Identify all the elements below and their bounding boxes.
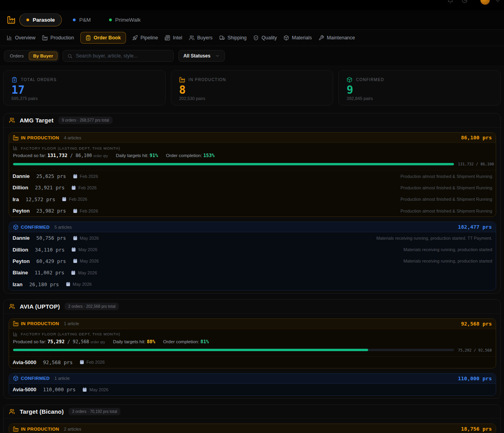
status-filter-value: All Statuses <box>183 53 211 59</box>
factory-icon <box>42 35 48 41</box>
tab-production[interactable]: Production <box>42 32 74 44</box>
buyer-name: Target (Bicano) <box>20 408 64 415</box>
brand-dot <box>109 19 112 21</box>
article-name: Ira <box>13 196 19 202</box>
article-row[interactable]: Ira 12,572 prs Feb 2026 Production almos… <box>9 194 496 205</box>
article-name: Avia-5000 <box>13 387 36 392</box>
article-qty: 26,180 prs <box>29 281 59 287</box>
buyer-header[interactable]: AMG Target 9 orders · 268,577 prs total <box>4 113 500 128</box>
daily-targets: Daily targets hit: 88% <box>113 339 155 344</box>
article-name: Dannie <box>13 235 30 241</box>
group-label: IN PRODUCTION <box>21 427 59 431</box>
article-row[interactable]: Dillion 23,921 prs Feb 2026 Production a… <box>9 182 496 193</box>
factory-icon <box>13 321 19 326</box>
production-group: IN PRODUCTION 1 article 92,568 prs FACTO… <box>9 318 496 368</box>
tab-quality[interactable]: Quality <box>253 32 277 44</box>
stat-sub: 202,530 pairs <box>179 96 325 101</box>
stat-label: IN PRODUCTION <box>189 78 226 82</box>
factory-floor-panel: FACTORY FLOOR (LASTING DEPT, THIS MONTH)… <box>9 143 496 170</box>
production-progress-bar <box>13 349 454 351</box>
bar-chart-icon <box>7 35 12 41</box>
article-qty: 92,568 prs <box>43 359 72 365</box>
group-count: 4 articles <box>64 135 81 140</box>
brand-dot <box>73 19 76 21</box>
factory-floor-panel: FACTORY FLOOR (LASTING DEPT, THIS MONTH)… <box>9 329 496 357</box>
article-row[interactable]: Blaine 11,002 prs May 2026 <box>9 267 496 278</box>
brand-tab-p-m[interactable]: P&M <box>66 13 98 26</box>
nav-tab-label: Maintenance <box>327 35 355 41</box>
article-qty: 23,982 prs <box>36 208 66 214</box>
brand-tab-parasole[interactable]: Parasole <box>19 13 62 26</box>
calendar-icon <box>71 247 76 252</box>
avatar[interactable] <box>480 0 490 5</box>
group-label: CONFIRMED <box>21 376 50 381</box>
bar-chart-icon <box>13 332 18 337</box>
article-row[interactable]: Dillion 34,110 prs May 2026 Materials re… <box>9 244 496 255</box>
article-status: Materials receiving running, production … <box>403 247 492 252</box>
tab-maintenance[interactable]: Maintenance <box>318 32 356 44</box>
tab-intel[interactable]: Intel <box>164 32 183 44</box>
app-logo-factory-icon <box>7 16 15 24</box>
people-icon <box>9 117 15 123</box>
buyer-name: AMG Target <box>20 117 54 124</box>
buyer-header[interactable]: AVIA (UPTOP) 2 orders · 202,568 prs tota… <box>4 300 500 314</box>
calendar-icon <box>71 185 76 190</box>
group-total: 92,568 prs <box>461 321 492 327</box>
search-placeholder: Search buyer, article, style... <box>76 53 138 59</box>
article-row[interactable]: Avia-5000 92,568 prs Feb 2026 <box>9 357 496 368</box>
package-icon <box>13 376 19 381</box>
confirmed-group: CONFIRMED 5 articles 182,477 prs Dannie … <box>9 222 496 290</box>
article-name: Dillion <box>13 185 28 191</box>
article-row[interactable]: Peyton 23,982 prs Feb 2026 Production al… <box>9 205 496 216</box>
tab-materials[interactable]: Materials <box>283 32 312 44</box>
calendar-icon <box>66 282 70 287</box>
brand-tab-primewalk[interactable]: PrimeWalk <box>102 13 148 26</box>
notifications-bell-icon[interactable] <box>447 0 454 4</box>
article-status: Materials receiving running, production … <box>403 259 492 263</box>
tab-order-book[interactable]: Order Book <box>80 32 126 44</box>
brand-bar: Parasole P&M PrimeWalk <box>0 10 504 30</box>
article-row[interactable]: Peyton 60,429 prs May 2026 Materials rec… <box>9 255 496 267</box>
article-date: Feb 2026 <box>62 197 87 202</box>
produced-so-far: Produced so far: 75,292 / 92,568 order q… <box>13 339 105 344</box>
article-name: Izan <box>13 281 22 287</box>
group-label: IN PRODUCTION <box>21 321 59 326</box>
truck-icon <box>219 35 225 41</box>
search-input[interactable]: Search buyer, article, style... <box>63 50 174 62</box>
article-row[interactable]: Avia-5000 110,000 prs May 2026 <box>9 384 496 395</box>
article-qty: 11,002 prs <box>35 270 64 276</box>
tab-pipeline[interactable]: Pipeline <box>132 32 158 44</box>
article-row[interactable]: Dannie 50,756 prs May 2026 Materials rec… <box>9 232 496 244</box>
theme-moon-icon[interactable] <box>461 0 468 4</box>
article-row[interactable]: Izan 26,180 prs May 2026 <box>9 278 496 290</box>
article-date: May 2026 <box>73 236 99 241</box>
tab-overview[interactable]: Overview <box>6 32 36 44</box>
article-name: Dillion <box>13 247 28 253</box>
article-qty: 110,000 prs <box>43 387 76 392</box>
article-date: Feb 2026 <box>71 185 96 190</box>
confirmed-group: CONFIRMED 1 article 110,000 prs Avia-500… <box>9 373 496 396</box>
article-name: Peyton <box>13 208 30 214</box>
chevron-down-icon[interactable] <box>495 0 501 4</box>
tab-shipping[interactable]: Shipping <box>219 32 247 44</box>
buyer-header[interactable]: Target (Bicano) 3 orders · 70,192 prs to… <box>4 405 500 419</box>
stat-sub: 595,375 pairs <box>11 96 158 101</box>
buyer-section-avia-uptop: AVIA (UPTOP) 2 orders · 202,568 prs tota… <box>3 299 501 399</box>
filter-bar: OrdersBy Buyer Search buyer, article, st… <box>0 46 504 66</box>
stats-row: TOTAL ORDERS 17 595,375 pairs IN PRODUCT… <box>3 70 501 105</box>
view-toggle-orders[interactable]: Orders <box>6 52 28 60</box>
buyer-meta-badge: 2 orders · 202,568 prs total <box>65 303 119 310</box>
group-total: 86,100 prs <box>461 135 492 141</box>
tab-buyers[interactable]: Buyers <box>189 32 213 44</box>
buyer-section-target-bicano: Target (Bicano) 3 orders · 70,192 prs to… <box>3 404 501 433</box>
factory-icon <box>179 77 185 83</box>
status-filter-dropdown[interactable]: All Statuses <box>178 50 225 62</box>
stat-card-in-production: IN PRODUCTION 8 202,530 pairs <box>171 70 334 105</box>
calendar-icon <box>73 209 78 213</box>
production-group-header: IN PRODUCTION 1 article 92,568 prs <box>9 319 496 329</box>
view-toggle-by-buyer[interactable]: By Buyer <box>29 52 57 60</box>
article-row[interactable]: Dannie 25,625 prs Feb 2026 Production al… <box>9 170 496 182</box>
production-group-header: IN PRODUCTION 2 articles 18,756 prs <box>9 424 496 433</box>
nav-tab-label: Buyers <box>197 35 213 41</box>
nav-tab-label: Shipping <box>228 35 247 41</box>
